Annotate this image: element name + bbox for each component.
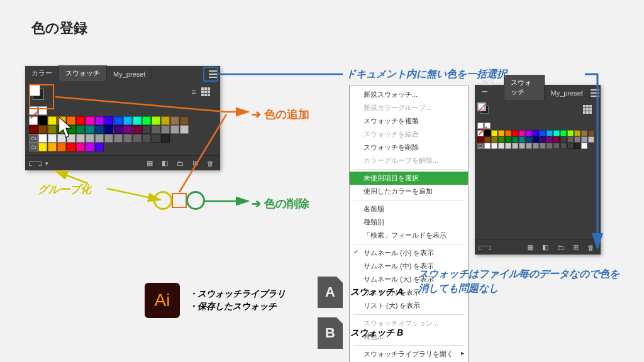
swatch-group-folder[interactable]: 🗀: [477, 143, 484, 149]
swatch[interactable]: [588, 130, 594, 136]
swatch[interactable]: [86, 125, 94, 134]
new-group-button[interactable]: 🗀: [555, 243, 565, 253]
swatch[interactable]: [498, 130, 504, 136]
swatch[interactable]: [567, 136, 574, 143]
swatch[interactable]: [86, 116, 94, 125]
list-view-icon[interactable]: ≡: [189, 87, 199, 97]
swatch[interactable]: [95, 134, 104, 143]
swatch[interactable]: [161, 134, 170, 143]
swatch[interactable]: [547, 130, 553, 136]
swatch[interactable]: [540, 143, 546, 149]
menu-item[interactable]: 新規スウォッチ...: [350, 88, 468, 101]
menu-item[interactable]: 種類別: [350, 216, 468, 229]
swatch[interactable]: [505, 143, 511, 149]
grid-view-icon[interactable]: [201, 87, 213, 99]
swatch[interactable]: [512, 136, 518, 143]
swatch[interactable]: [95, 143, 104, 151]
swatch[interactable]: [48, 134, 57, 143]
swatch[interactable]: [104, 134, 113, 143]
swatch[interactable]: [152, 116, 160, 125]
swatch[interactable]: [574, 130, 580, 136]
none-swatch[interactable]: [477, 123, 484, 129]
menu-item[interactable]: スウォッチライブラリを開く: [350, 348, 468, 361]
tab-swatches[interactable]: スウォッチ: [59, 65, 107, 81]
swatch[interactable]: [142, 116, 151, 125]
swatch[interactable]: [533, 130, 539, 136]
swatch[interactable]: [48, 143, 57, 151]
tab-mypreset[interactable]: My_preset: [107, 67, 152, 81]
swatch[interactable]: [114, 116, 123, 125]
swatch[interactable]: [484, 130, 491, 136]
swatch[interactable]: [526, 136, 532, 143]
swatch[interactable]: [180, 125, 189, 134]
swatch[interactable]: [142, 134, 151, 143]
swatch[interactable]: [567, 130, 574, 136]
panel-menu-button[interactable]: [206, 67, 220, 81]
swatch[interactable]: [86, 143, 94, 151]
swatch[interactable]: [104, 125, 113, 134]
swatch[interactable]: [114, 125, 123, 134]
swatch[interactable]: [170, 116, 179, 125]
menu-item[interactable]: 名前順: [350, 202, 468, 216]
swatch[interactable]: [123, 125, 132, 134]
swatch[interactable]: [67, 143, 75, 151]
swatch[interactable]: [76, 116, 85, 125]
show-kind-icon[interactable]: ▦: [525, 243, 535, 253]
swatch[interactable]: [133, 134, 142, 143]
swatch[interactable]: [526, 143, 532, 149]
panel-menu-button[interactable]: [590, 86, 601, 100]
swatch[interactable]: [553, 130, 560, 136]
swatch[interactable]: [152, 134, 160, 143]
swatch[interactable]: [38, 125, 47, 134]
swatch[interactable]: [48, 116, 57, 125]
swatch[interactable]: [540, 136, 546, 143]
swatch[interactable]: [104, 116, 113, 125]
swatch[interactable]: [95, 116, 104, 125]
swatch-group-folder[interactable]: 🗀: [29, 143, 38, 151]
swatch[interactable]: [588, 136, 594, 143]
swatch[interactable]: [76, 134, 85, 143]
tab-swatches[interactable]: スウォッチ: [504, 75, 545, 100]
new-swatch-button[interactable]: ⊞: [570, 243, 580, 253]
swatch[interactable]: [547, 143, 553, 149]
swatch[interactable]: [95, 125, 104, 134]
swatch[interactable]: [581, 143, 587, 149]
swatch[interactable]: [180, 116, 189, 125]
menu-item[interactable]: サムネール (小) を表示: [350, 246, 468, 260]
swatch[interactable]: [574, 143, 580, 149]
library-menu-icon[interactable]: ⫍⫎: [30, 158, 40, 168]
swatch[interactable]: [123, 134, 132, 143]
delete-swatch-button[interactable]: 🗑: [205, 158, 215, 168]
swatch[interactable]: [547, 136, 553, 143]
swatch[interactable]: [498, 136, 504, 143]
swatch[interactable]: [114, 134, 123, 143]
swatch[interactable]: [491, 130, 497, 136]
swatch[interactable]: [38, 116, 47, 125]
swatch[interactable]: [133, 125, 142, 134]
swatch[interactable]: [484, 143, 491, 149]
none-swatch[interactable]: [29, 106, 38, 115]
library-menu-icon[interactable]: ⫍⫎: [480, 243, 490, 253]
swatch[interactable]: [533, 136, 539, 143]
swatch[interactable]: [533, 143, 539, 149]
swatch[interactable]: [123, 116, 132, 125]
swatch[interactable]: [29, 125, 38, 134]
swatch[interactable]: [574, 136, 580, 143]
swatch[interactable]: [505, 136, 511, 143]
swatch[interactable]: [512, 143, 518, 149]
menu-item[interactable]: 使用したカラーを追加: [350, 185, 468, 198]
swatch[interactable]: [142, 125, 151, 134]
menu-item[interactable]: 「検索」フィールドを表示: [350, 229, 468, 242]
swatch[interactable]: [560, 130, 567, 136]
swatch[interactable]: [477, 136, 484, 143]
swatch[interactable]: [567, 143, 574, 149]
library-dropdown[interactable]: ▾: [45, 160, 48, 167]
swatch[interactable]: [38, 143, 47, 151]
swatch[interactable]: [48, 125, 57, 134]
swatch[interactable]: [76, 143, 85, 151]
swatch[interactable]: [526, 130, 532, 136]
swatch[interactable]: [484, 136, 491, 143]
registration-swatch[interactable]: [38, 106, 47, 115]
swatch[interactable]: [540, 130, 546, 136]
fill-stroke-indicator[interactable]: [477, 102, 491, 116]
